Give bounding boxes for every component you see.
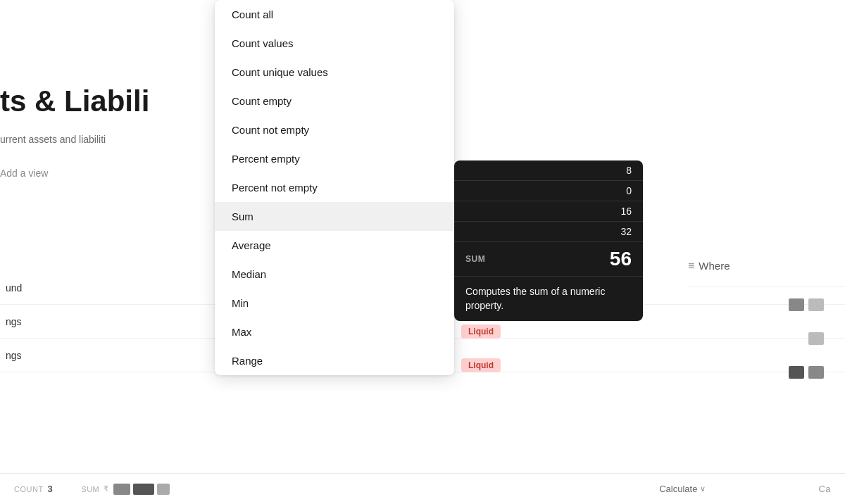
add-view-link[interactable]: Add a view (0, 168, 48, 179)
tooltip-number: 16 (620, 206, 632, 217)
menu-item-min[interactable]: Min (215, 289, 454, 317)
where-column-header[interactable]: ≡ Where (688, 245, 845, 287)
currency-symbol: ₹ (104, 484, 109, 493)
tooltip-row: 16 (454, 201, 643, 222)
tooltip-row: 8 (454, 160, 643, 181)
calculate-button[interactable]: Calculate ∨ (659, 484, 706, 494)
menu-item-range[interactable]: Range (215, 346, 454, 375)
chevron-down-icon: ∨ (700, 484, 706, 493)
where-label: Where (699, 260, 730, 272)
color-block (808, 332, 824, 345)
color-block (808, 366, 824, 379)
liquid-badge: Liquid (461, 325, 501, 339)
menu-item-count-empty[interactable]: Count empty (215, 87, 454, 115)
color-blocks-row1 (789, 298, 824, 311)
menu-item-max[interactable]: Max (215, 317, 454, 346)
sum-label: SUM (81, 485, 99, 493)
row-label: ngs (0, 316, 22, 327)
status-bar: COUNT 3 SUM ₹ Calculate ∨ Ca (0, 473, 845, 504)
sum-color-blocks (113, 484, 170, 495)
liquid-badge: Liquid (461, 358, 501, 372)
color-blocks-row3 (789, 366, 824, 379)
count-label: COUNT (14, 485, 44, 493)
sum-tooltip: 8 0 16 32 SUM 56 Computes the sum of a n… (454, 160, 643, 321)
count-status: COUNT 3 (14, 484, 53, 494)
filter-icon: ≡ (688, 260, 694, 272)
tooltip-row: 0 (454, 181, 643, 201)
sum-status: SUM ₹ (81, 484, 169, 495)
calculate-right: Ca (818, 484, 831, 494)
menu-item-percent-not-empty[interactable]: Percent not empty (215, 173, 454, 202)
menu-item-median[interactable]: Median (215, 260, 454, 289)
sum-block (157, 484, 170, 495)
tooltip-sum-value: 56 (610, 248, 632, 270)
color-block (808, 298, 824, 311)
page-title: ts & Liabili (0, 84, 149, 118)
tooltip-number: 0 (626, 185, 632, 196)
page-subtitle: urrent assets and liabiliti (0, 134, 106, 145)
row-label: und (0, 282, 22, 294)
menu-item-count-unique[interactable]: Count unique values (215, 58, 454, 87)
dropdown-menu: Count all Count values Count unique valu… (215, 0, 454, 375)
calculate-label: Calculate (659, 484, 697, 494)
tooltip-number: 8 (626, 165, 632, 176)
tooltip-sum-row: SUM 56 (454, 242, 643, 277)
color-block (789, 366, 804, 379)
sum-block (133, 484, 154, 495)
menu-item-count-values[interactable]: Count values (215, 29, 454, 58)
menu-item-average[interactable]: Average (215, 231, 454, 260)
menu-item-percent-empty[interactable]: Percent empty (215, 144, 454, 173)
color-blocks-row2 (808, 332, 824, 345)
tooltip-number: 32 (620, 226, 632, 237)
count-value: 3 (48, 484, 54, 494)
calculate-right-label: Ca (818, 484, 831, 494)
color-block (789, 298, 804, 311)
tooltip-sum-label: SUM (465, 254, 485, 264)
menu-item-count-all[interactable]: Count all (215, 0, 454, 29)
sum-block (113, 484, 130, 495)
tooltip-row: 32 (454, 222, 643, 242)
menu-item-sum[interactable]: Sum (215, 202, 454, 231)
row-label: ngs (0, 350, 22, 361)
menu-item-count-not-empty[interactable]: Count not empty (215, 115, 454, 144)
tooltip-description: Computes the sum of a numeric property. (454, 277, 643, 321)
